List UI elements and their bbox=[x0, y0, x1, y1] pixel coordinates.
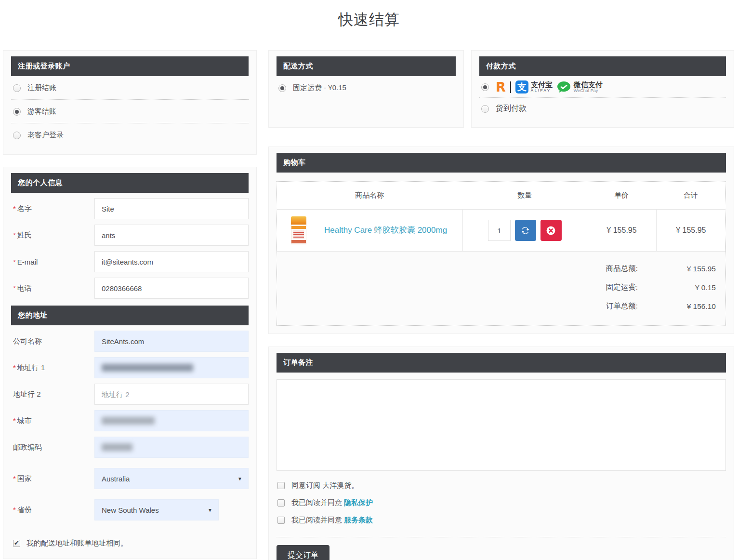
cart-panel-title: 购物车 bbox=[277, 153, 726, 173]
submit-order-button[interactable]: 提交订单 bbox=[277, 545, 329, 560]
field-row-company: 公司名称 bbox=[11, 331, 249, 352]
field-row-address2: 地址行 2 bbox=[11, 384, 249, 405]
product-name-link[interactable]: Healthy Care 蜂胶软胶囊 2000mg bbox=[324, 225, 447, 237]
phone-input[interactable] bbox=[94, 278, 249, 299]
left-column: 注册或登录账户 注册结账 游客结账 老客户登录 您的个人信息 *名字 *姓氏 bbox=[3, 50, 257, 559]
logo-divider bbox=[510, 81, 511, 93]
order-notes-title: 订单备注 bbox=[277, 353, 726, 373]
payment-panel: 付款方式 R 支 支付宝 ALIPAY bbox=[471, 50, 734, 128]
company-label: 公司名称 bbox=[13, 337, 42, 345]
cart-table: 商品名称 数量 单价 合计 bbox=[277, 181, 726, 326]
wechatpay-logo: 微信支付 WeChat Pay bbox=[557, 81, 603, 93]
cart-totals: 商品总额: ¥ 155.95 固定运费: ¥ 0.15 订单总额: ¥ 156.… bbox=[277, 251, 725, 325]
privacy-agree-label: 我已阅读并同意隐私保护 bbox=[291, 498, 373, 507]
radio-returning-label: 老客户登录 bbox=[27, 131, 64, 140]
redacted-value bbox=[102, 443, 132, 451]
lastname-input[interactable] bbox=[94, 225, 249, 246]
radio-option-guest[interactable]: 游客结账 bbox=[11, 99, 249, 123]
field-row-postcode: 邮政编码 bbox=[11, 437, 249, 458]
postcode-input[interactable] bbox=[94, 437, 249, 458]
payment-logos: R 支 支付宝 ALIPAY bbox=[496, 80, 603, 93]
privacy-checkbox[interactable] bbox=[277, 499, 285, 507]
company-input[interactable] bbox=[94, 331, 249, 352]
radio-guest[interactable] bbox=[13, 108, 21, 116]
address1-input[interactable] bbox=[94, 357, 249, 378]
subscribe-checkbox[interactable] bbox=[277, 482, 285, 489]
unit-price-cell: ¥ 155.95 bbox=[587, 210, 656, 251]
order-notes-panel: 订单备注 同意订阅 大洋澳货。 我已阅读并同意隐私保护 我已阅读并同意服务条款 … bbox=[268, 347, 734, 560]
terms-checkbox[interactable] bbox=[277, 517, 285, 524]
account-panel-title: 注册或登录账户 bbox=[11, 56, 249, 76]
payment-option-cod[interactable]: 货到付款 bbox=[479, 98, 726, 120]
update-quantity-button[interactable] bbox=[515, 220, 536, 241]
required-asterisk: * bbox=[13, 474, 16, 482]
payment-option-online[interactable]: R 支 支付宝 ALIPAY bbox=[479, 76, 726, 98]
alipay-text: 支付宝 bbox=[531, 81, 553, 89]
shipping-option-flat[interactable]: 固定运费 - ¥0.15 bbox=[277, 76, 456, 99]
right-column: 配送方式 固定运费 - ¥0.15 付款方式 R 支 bbox=[268, 50, 734, 560]
required-asterisk: * bbox=[13, 258, 16, 266]
same-address-checkbox[interactable] bbox=[13, 540, 20, 547]
column-header-qty: 数量 bbox=[462, 182, 587, 209]
radio-option-register[interactable]: 注册结账 bbox=[11, 76, 249, 99]
required-asterisk: * bbox=[13, 506, 16, 514]
refresh-icon bbox=[521, 226, 530, 235]
address-title: 您的地址 bbox=[11, 306, 249, 325]
city-label: 城市 bbox=[17, 416, 32, 425]
subscribe-row[interactable]: 同意订阅 大洋澳货。 bbox=[277, 481, 726, 490]
chevron-down-icon: ▼ bbox=[208, 507, 212, 513]
phone-label: 电话 bbox=[17, 284, 32, 292]
page-title: 快速结算 bbox=[0, 10, 738, 30]
radio-register-label: 注册结账 bbox=[27, 83, 56, 93]
radio-option-returning[interactable]: 老客户登录 bbox=[11, 123, 249, 147]
city-input[interactable] bbox=[94, 410, 249, 431]
postcode-label: 邮政编码 bbox=[13, 443, 42, 451]
email-input[interactable] bbox=[94, 251, 249, 272]
remove-item-button[interactable] bbox=[540, 220, 562, 241]
address1-label: 地址行 1 bbox=[17, 363, 45, 372]
shipping-total-label: 固定运费: bbox=[606, 282, 638, 293]
qty-cell bbox=[462, 210, 587, 251]
field-row-address1: *地址行 1 bbox=[11, 357, 249, 378]
same-address-row[interactable]: 我的配送地址和账单地址相同。 bbox=[13, 539, 249, 548]
cart-row: Healthy Care 蜂胶软胶囊 2000mg bbox=[277, 210, 725, 251]
province-select[interactable]: New South Wales ▼ bbox=[94, 499, 219, 520]
quantity-input[interactable] bbox=[488, 220, 511, 241]
radio-online-payment[interactable] bbox=[481, 83, 489, 91]
radio-register[interactable] bbox=[13, 84, 21, 92]
cod-label: 货到付款 bbox=[496, 104, 527, 114]
cart-panel: 购物车 商品名称 数量 单价 合计 bbox=[268, 147, 734, 334]
divider bbox=[277, 537, 726, 537]
terms-of-service-link[interactable]: 服务条款 bbox=[344, 516, 373, 524]
account-panel: 注册或登录账户 注册结账 游客结账 老客户登录 bbox=[3, 50, 257, 155]
product-image[interactable] bbox=[284, 215, 314, 245]
field-row-province: *省份 New South Wales ▼ bbox=[11, 499, 249, 520]
alipay-logo: 支 支付宝 ALIPAY bbox=[515, 80, 553, 93]
totals-row-grand-total: 订单总额: ¥ 156.10 bbox=[287, 297, 716, 316]
privacy-agree-row[interactable]: 我已阅读并同意隐私保护 bbox=[277, 498, 726, 507]
alipay-icon: 支 bbox=[515, 80, 528, 93]
wechat-icon bbox=[557, 81, 571, 93]
country-select[interactable]: Australia ▼ bbox=[94, 468, 249, 489]
radio-flat-shipping[interactable] bbox=[278, 84, 286, 92]
firstname-input[interactable] bbox=[94, 198, 249, 219]
royalpay-icon: R bbox=[496, 80, 506, 93]
personal-info-title: 您的个人信息 bbox=[11, 173, 249, 193]
shipping-total-value: ¥ 0.15 bbox=[638, 283, 716, 292]
country-label: 国家 bbox=[17, 474, 32, 482]
field-row-country: *国家 Australia ▼ bbox=[11, 468, 249, 489]
supplement-bottle-graphic bbox=[291, 216, 306, 244]
subtotal-label: 商品总额: bbox=[606, 264, 638, 274]
terms-agree-row[interactable]: 我已阅读并同意服务条款 bbox=[277, 516, 726, 525]
privacy-policy-link[interactable]: 隐私保护 bbox=[344, 498, 373, 507]
address2-input[interactable] bbox=[94, 384, 249, 405]
country-select-value: Australia bbox=[102, 475, 130, 483]
radio-cod[interactable] bbox=[481, 105, 489, 113]
wechatpay-text: 微信支付 bbox=[574, 81, 603, 89]
product-cell: Healthy Care 蜂胶软胶囊 2000mg bbox=[277, 210, 462, 251]
field-row-firstname: *名字 bbox=[11, 198, 249, 219]
terms-agree-label: 我已阅读并同意服务条款 bbox=[291, 516, 373, 525]
methods-row: 配送方式 固定运费 - ¥0.15 付款方式 R 支 bbox=[268, 50, 734, 128]
radio-returning[interactable] bbox=[13, 132, 21, 139]
order-notes-textarea[interactable] bbox=[277, 379, 726, 471]
